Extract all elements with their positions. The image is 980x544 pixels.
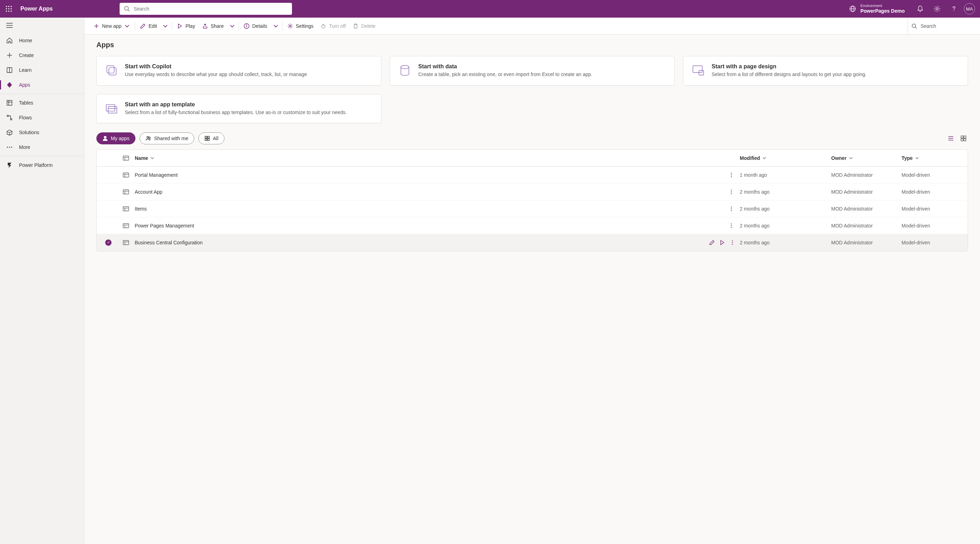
card-desc: Select from a list of different designs … bbox=[712, 71, 866, 78]
type-column-icon[interactable] bbox=[117, 156, 135, 161]
search-icon bbox=[124, 6, 130, 12]
row-actions bbox=[708, 221, 740, 231]
row-more-button[interactable] bbox=[726, 204, 736, 214]
cmd-details-dropdown[interactable] bbox=[271, 20, 281, 32]
app-type-icon bbox=[117, 172, 135, 177]
nav-label: Solutions bbox=[19, 129, 40, 135]
cmd-search[interactable]: Search bbox=[908, 18, 974, 34]
app-modified: 2 months ago bbox=[740, 223, 831, 228]
view-list-button[interactable] bbox=[946, 134, 955, 143]
cmd-edit[interactable]: Edit bbox=[137, 20, 161, 32]
row-more-button[interactable] bbox=[726, 221, 736, 231]
hamburger-icon bbox=[6, 23, 13, 28]
global-search-input[interactable] bbox=[134, 6, 288, 12]
app-modified: 2 months ago bbox=[740, 240, 831, 246]
svg-rect-45 bbox=[106, 104, 115, 111]
nav-tables[interactable]: Tables bbox=[0, 96, 84, 110]
app-type-icon bbox=[117, 240, 135, 245]
row-selected-indicator[interactable] bbox=[105, 239, 111, 246]
sidebar: Home Create Learn Apps Tables Flows Solu… bbox=[0, 18, 84, 544]
nav-label: Tables bbox=[19, 100, 33, 105]
pill-my-apps[interactable]: My apps bbox=[96, 132, 135, 144]
card-copilot[interactable]: Start with Copilot Use everyday words to… bbox=[96, 56, 381, 86]
cmd-search-label: Search bbox=[921, 23, 936, 29]
th-type[interactable]: Type bbox=[902, 155, 965, 161]
nav-apps[interactable]: Apps bbox=[0, 77, 84, 92]
svg-rect-58 bbox=[961, 136, 963, 138]
svg-rect-44 bbox=[699, 70, 703, 75]
cmd-new-app[interactable]: New app bbox=[90, 20, 133, 32]
power-platform-icon bbox=[6, 162, 13, 168]
pill-shared[interactable]: Shared with me bbox=[140, 132, 194, 144]
nav-home[interactable]: Home bbox=[0, 33, 84, 48]
table-row[interactable]: Account App2 months agoMOD Administrator… bbox=[97, 183, 968, 200]
main: New app Edit Play Share bbox=[84, 18, 980, 544]
svg-rect-60 bbox=[961, 139, 963, 141]
help-button[interactable] bbox=[945, 0, 963, 18]
row-actions bbox=[708, 238, 740, 247]
svg-point-28 bbox=[9, 147, 10, 148]
cmd-delete: Delete bbox=[349, 20, 379, 32]
table-row[interactable]: Items2 months agoMOD AdministratorModel-… bbox=[97, 200, 968, 217]
svg-point-50 bbox=[149, 137, 150, 138]
table-header: Name Modified Owner Type bbox=[97, 150, 968, 166]
environment-name: PowerPages Demo bbox=[861, 8, 905, 14]
cmd-label: New app bbox=[102, 23, 121, 29]
table-row[interactable]: Power Pages Management2 months agoMOD Ad… bbox=[97, 217, 968, 234]
svg-rect-43 bbox=[693, 66, 702, 73]
svg-point-38 bbox=[912, 24, 916, 27]
cmd-edit-dropdown[interactable] bbox=[161, 20, 170, 32]
svg-line-39 bbox=[915, 27, 917, 29]
table-row[interactable]: Portal Management1 month agoMOD Administ… bbox=[97, 166, 968, 183]
th-name[interactable]: Name bbox=[135, 155, 708, 161]
settings-button[interactable] bbox=[929, 0, 945, 18]
th-owner[interactable]: Owner bbox=[831, 155, 902, 161]
app-type: Model-driven bbox=[902, 189, 965, 195]
nav-create[interactable]: Create bbox=[0, 48, 84, 63]
chevron-down-icon bbox=[849, 156, 853, 160]
svg-point-9 bbox=[124, 6, 128, 10]
th-modified[interactable]: Modified bbox=[740, 155, 831, 161]
product-name: Power Apps bbox=[18, 6, 53, 12]
row-more-button[interactable] bbox=[728, 238, 736, 247]
cmd-share-dropdown[interactable] bbox=[227, 20, 237, 32]
pill-all[interactable]: All bbox=[198, 132, 224, 144]
card-title: Start with Copilot bbox=[125, 63, 307, 70]
list-icon bbox=[948, 135, 954, 142]
notifications-button[interactable] bbox=[912, 0, 929, 18]
card-template[interactable]: Start with an app template Select from a… bbox=[96, 94, 381, 124]
global-search-box[interactable] bbox=[119, 3, 292, 15]
cmd-details[interactable]: Details bbox=[240, 20, 271, 32]
row-play-button[interactable] bbox=[718, 238, 726, 247]
table-row[interactable]: Business Central Configuration2 months a… bbox=[97, 234, 968, 251]
user-avatar[interactable]: MA bbox=[964, 3, 975, 14]
row-more-button[interactable] bbox=[726, 170, 736, 180]
card-page-design[interactable]: Start with a page design Select from a l… bbox=[683, 56, 968, 86]
row-actions bbox=[708, 187, 740, 197]
app-name: Business Central Configuration bbox=[135, 240, 708, 246]
sidebar-toggle[interactable] bbox=[0, 18, 84, 33]
svg-point-93 bbox=[732, 242, 733, 243]
nav-solutions[interactable]: Solutions bbox=[0, 125, 84, 140]
more-icon bbox=[6, 144, 13, 150]
nav-power-platform[interactable]: Power Platform bbox=[0, 158, 84, 172]
cmd-share[interactable]: Share bbox=[199, 20, 227, 32]
nav-learn[interactable]: Learn bbox=[0, 63, 84, 77]
cmd-play[interactable]: Play bbox=[173, 20, 198, 32]
nav-more[interactable]: More bbox=[0, 140, 84, 155]
app-launcher-button[interactable] bbox=[0, 0, 18, 18]
plus-icon bbox=[6, 52, 13, 59]
chevron-down-icon bbox=[162, 23, 168, 29]
row-more-button[interactable] bbox=[726, 187, 736, 197]
cmd-settings[interactable]: Settings bbox=[284, 20, 317, 32]
card-data[interactable]: Start with data Create a table, pick an … bbox=[390, 56, 675, 86]
bell-icon bbox=[917, 5, 924, 12]
view-grid-button[interactable] bbox=[959, 134, 968, 143]
svg-point-75 bbox=[731, 191, 732, 192]
environment-picker[interactable]: Environment PowerPages Demo bbox=[849, 3, 905, 14]
environment-icon bbox=[849, 5, 856, 12]
nav-flows[interactable]: Flows bbox=[0, 110, 84, 125]
row-edit-button[interactable] bbox=[708, 238, 716, 247]
play-icon bbox=[177, 23, 183, 29]
app-type: Model-driven bbox=[902, 206, 965, 212]
